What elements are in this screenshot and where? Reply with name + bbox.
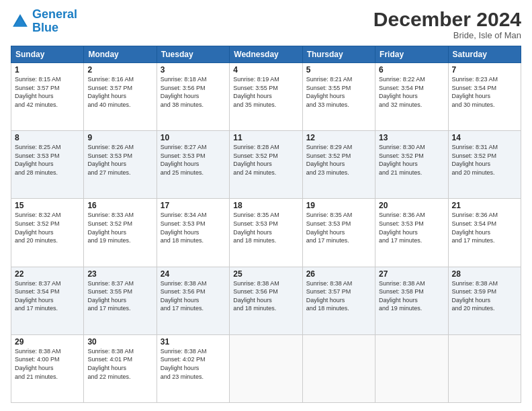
table-row: 2Sunrise: 8:16 AMSunset: 3:57 PMDaylight… bbox=[84, 63, 157, 131]
day-number: 17 bbox=[161, 201, 226, 210]
day-number: 26 bbox=[306, 269, 371, 279]
day-info: Sunrise: 8:36 AMSunset: 3:54 PMDaylight … bbox=[452, 212, 498, 244]
table-row: 25Sunrise: 8:38 AMSunset: 3:56 PMDayligh… bbox=[230, 267, 302, 334]
location: Bride, Isle of Man bbox=[373, 30, 521, 40]
table-row: 16Sunrise: 8:33 AMSunset: 3:52 PMDayligh… bbox=[84, 199, 157, 267]
col-tuesday: Tuesday bbox=[157, 46, 229, 63]
col-saturday: Saturday bbox=[448, 46, 521, 63]
day-number: 10 bbox=[161, 133, 226, 142]
table-row: 10Sunrise: 8:27 AMSunset: 3:53 PMDayligh… bbox=[157, 131, 229, 199]
col-monday: Monday bbox=[84, 46, 157, 63]
day-info: Sunrise: 8:22 AMSunset: 3:54 PMDaylight … bbox=[379, 76, 425, 108]
table-row: 15Sunrise: 8:32 AMSunset: 3:52 PMDayligh… bbox=[11, 199, 84, 267]
day-info: Sunrise: 8:38 AMSunset: 4:00 PMDaylight … bbox=[15, 348, 61, 380]
day-info: Sunrise: 8:38 AMSunset: 3:56 PMDaylight … bbox=[233, 280, 279, 312]
col-wednesday: Wednesday bbox=[230, 46, 302, 63]
day-info: Sunrise: 8:27 AMSunset: 3:53 PMDaylight … bbox=[161, 144, 207, 176]
table-row: 3Sunrise: 8:18 AMSunset: 3:56 PMDaylight… bbox=[157, 63, 229, 131]
day-number: 22 bbox=[15, 269, 80, 279]
day-number: 30 bbox=[87, 337, 152, 347]
day-number: 27 bbox=[379, 269, 444, 279]
table-row: 24Sunrise: 8:38 AMSunset: 3:56 PMDayligh… bbox=[157, 267, 229, 334]
col-friday: Friday bbox=[375, 46, 448, 63]
day-info: Sunrise: 8:25 AMSunset: 3:53 PMDaylight … bbox=[15, 144, 61, 176]
table-row: 22Sunrise: 8:37 AMSunset: 3:54 PMDayligh… bbox=[11, 267, 84, 334]
day-number: 29 bbox=[15, 337, 80, 347]
title-block: December 2024 Bride, Isle of Man bbox=[373, 8, 521, 40]
day-number: 7 bbox=[452, 65, 517, 75]
table-row: 23Sunrise: 8:37 AMSunset: 3:55 PMDayligh… bbox=[84, 267, 157, 334]
day-number: 3 bbox=[161, 65, 226, 75]
day-number: 31 bbox=[161, 337, 226, 347]
table-row: 11Sunrise: 8:28 AMSunset: 3:52 PMDayligh… bbox=[230, 131, 302, 199]
day-info: Sunrise: 8:28 AMSunset: 3:52 PMDaylight … bbox=[233, 144, 279, 176]
table-row: 9Sunrise: 8:26 AMSunset: 3:53 PMDaylight… bbox=[84, 131, 157, 199]
day-info: Sunrise: 8:37 AMSunset: 3:54 PMDaylight … bbox=[15, 280, 61, 312]
day-number: 4 bbox=[233, 65, 298, 75]
day-number: 25 bbox=[233, 269, 298, 279]
table-row: 28Sunrise: 8:38 AMSunset: 3:59 PMDayligh… bbox=[448, 267, 521, 334]
table-row: 12Sunrise: 8:29 AMSunset: 3:52 PMDayligh… bbox=[302, 131, 375, 199]
table-row: 17Sunrise: 8:34 AMSunset: 3:53 PMDayligh… bbox=[157, 199, 229, 267]
table-row: 31Sunrise: 8:38 AMSunset: 4:02 PMDayligh… bbox=[157, 334, 229, 402]
col-thursday: Thursday bbox=[302, 46, 375, 63]
table-row: 1Sunrise: 8:15 AMSunset: 3:57 PMDaylight… bbox=[11, 63, 84, 131]
day-number: 21 bbox=[452, 201, 517, 210]
table-row: 7Sunrise: 8:23 AMSunset: 3:54 PMDaylight… bbox=[448, 63, 521, 131]
table-row: 14Sunrise: 8:31 AMSunset: 3:52 PMDayligh… bbox=[448, 131, 521, 199]
day-number: 11 bbox=[233, 133, 298, 142]
day-info: Sunrise: 8:35 AMSunset: 3:53 PMDaylight … bbox=[306, 212, 353, 244]
day-info: Sunrise: 8:38 AMSunset: 3:57 PMDaylight … bbox=[306, 280, 353, 312]
day-info: Sunrise: 8:38 AMSunset: 3:58 PMDaylight … bbox=[379, 280, 425, 312]
table-row: 13Sunrise: 8:30 AMSunset: 3:52 PMDayligh… bbox=[375, 131, 448, 199]
table-row: 26Sunrise: 8:38 AMSunset: 3:57 PMDayligh… bbox=[302, 267, 375, 334]
day-number: 1 bbox=[15, 65, 80, 75]
day-number: 19 bbox=[306, 201, 371, 210]
day-info: Sunrise: 8:29 AMSunset: 3:52 PMDaylight … bbox=[306, 144, 353, 176]
day-number: 14 bbox=[452, 133, 517, 142]
day-number: 20 bbox=[379, 201, 444, 210]
day-number: 5 bbox=[306, 65, 371, 75]
calendar-row: 8Sunrise: 8:25 AMSunset: 3:53 PMDaylight… bbox=[11, 131, 521, 199]
day-number: 23 bbox=[87, 269, 152, 279]
day-number: 24 bbox=[161, 269, 226, 279]
table-row: 18Sunrise: 8:35 AMSunset: 3:53 PMDayligh… bbox=[230, 199, 302, 267]
logo-icon bbox=[11, 12, 30, 31]
table-row: 20Sunrise: 8:36 AMSunset: 3:53 PMDayligh… bbox=[375, 199, 448, 267]
day-info: Sunrise: 8:34 AMSunset: 3:53 PMDaylight … bbox=[161, 212, 207, 244]
day-number: 28 bbox=[452, 269, 517, 279]
table-row: 27Sunrise: 8:38 AMSunset: 3:58 PMDayligh… bbox=[375, 267, 448, 334]
month-title: December 2024 bbox=[373, 8, 521, 30]
table-row: 19Sunrise: 8:35 AMSunset: 3:53 PMDayligh… bbox=[302, 199, 375, 267]
header: General Blue December 2024 Bride, Isle o… bbox=[11, 8, 521, 40]
day-info: Sunrise: 8:15 AMSunset: 3:57 PMDaylight … bbox=[15, 76, 61, 108]
day-info: Sunrise: 8:37 AMSunset: 3:55 PMDaylight … bbox=[87, 280, 134, 312]
day-number: 12 bbox=[306, 133, 371, 142]
day-info: Sunrise: 8:38 AMSunset: 3:56 PMDaylight … bbox=[161, 280, 207, 312]
day-number: 16 bbox=[87, 201, 152, 210]
day-info: Sunrise: 8:31 AMSunset: 3:52 PMDaylight … bbox=[452, 144, 498, 176]
day-info: Sunrise: 8:18 AMSunset: 3:56 PMDaylight … bbox=[161, 76, 207, 108]
day-info: Sunrise: 8:38 AMSunset: 4:01 PMDaylight … bbox=[87, 348, 134, 380]
day-number: 9 bbox=[87, 133, 152, 142]
day-info: Sunrise: 8:33 AMSunset: 3:52 PMDaylight … bbox=[87, 212, 134, 244]
calendar-header-row: Sunday Monday Tuesday Wednesday Thursday… bbox=[11, 46, 521, 63]
day-info: Sunrise: 8:26 AMSunset: 3:53 PMDaylight … bbox=[87, 144, 134, 176]
table-row bbox=[375, 334, 448, 402]
day-info: Sunrise: 8:19 AMSunset: 3:55 PMDaylight … bbox=[233, 76, 279, 108]
logo: General Blue bbox=[11, 8, 77, 35]
day-info: Sunrise: 8:32 AMSunset: 3:52 PMDaylight … bbox=[15, 212, 61, 244]
calendar-row: 15Sunrise: 8:32 AMSunset: 3:52 PMDayligh… bbox=[11, 199, 521, 267]
logo-text: General Blue bbox=[32, 8, 77, 35]
table-row: 5Sunrise: 8:21 AMSunset: 3:55 PMDaylight… bbox=[302, 63, 375, 131]
table-row: 4Sunrise: 8:19 AMSunset: 3:55 PMDaylight… bbox=[230, 63, 302, 131]
day-info: Sunrise: 8:21 AMSunset: 3:55 PMDaylight … bbox=[306, 76, 353, 108]
col-sunday: Sunday bbox=[11, 46, 84, 63]
day-info: Sunrise: 8:23 AMSunset: 3:54 PMDaylight … bbox=[452, 76, 498, 108]
day-info: Sunrise: 8:38 AMSunset: 4:02 PMDaylight … bbox=[161, 348, 207, 380]
day-number: 6 bbox=[379, 65, 444, 75]
page: General Blue December 2024 Bride, Isle o… bbox=[0, 0, 532, 411]
calendar-row: 1Sunrise: 8:15 AMSunset: 3:57 PMDaylight… bbox=[11, 63, 521, 131]
day-number: 15 bbox=[15, 201, 80, 210]
table-row: 30Sunrise: 8:38 AMSunset: 4:01 PMDayligh… bbox=[84, 334, 157, 402]
